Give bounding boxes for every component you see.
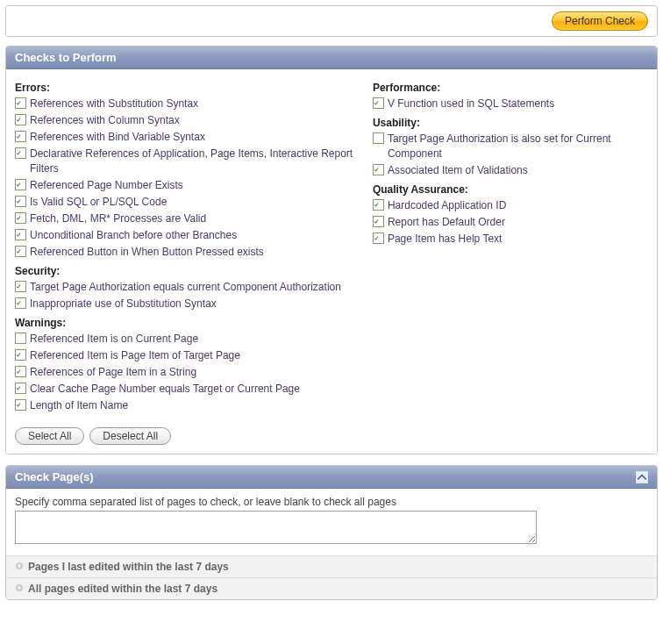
group-title-qa: Quality Assurance: (373, 183, 648, 196)
check-row: Declarative References of Application, P… (15, 147, 357, 176)
check-row: Referenced Item is Page Item of Target P… (15, 348, 357, 363)
checkbox[interactable] (373, 97, 384, 109)
checkbox[interactable] (15, 366, 26, 377)
checkbox-label: Report has Default Order (388, 215, 505, 230)
check-row: Length of Item Name (15, 398, 357, 413)
check-row: V Function used in SQL Statements (373, 97, 648, 111)
checkbox-label: Target Page Authorization is also set fo… (388, 132, 648, 161)
group-title-warnings: Warnings: (15, 317, 357, 329)
checkbox-label: Hardcoded Application ID (388, 198, 506, 213)
checkbox[interactable] (15, 281, 26, 292)
checkbox-label: Is Valid SQL or PL/SQL Code (30, 195, 167, 210)
region-header-pages: Check Page(s) (6, 466, 657, 489)
check-row: Target Page Authorization is also set fo… (373, 132, 648, 161)
checkbox-label: Associated Item of Validations (388, 163, 528, 178)
check-row: Page Item has Help Text (373, 232, 648, 247)
top-action-bar: Perform Check (5, 5, 658, 37)
select-all-button[interactable]: Select All (15, 427, 84, 445)
check-row: References of Page Item in a String (15, 365, 357, 380)
checkbox[interactable] (15, 97, 26, 109)
checkbox[interactable] (373, 216, 384, 227)
check-row: Fetch, DML, MR* Processes are Valid (15, 211, 357, 226)
checkbox[interactable] (15, 196, 26, 207)
check-row: Target Page Authorization equals current… (15, 280, 357, 295)
check-row: Clear Cache Page Number equals Target or… (15, 382, 357, 397)
check-row: Inappropriate use of Substitution Syntax (15, 297, 357, 311)
region-header-checks: Checks to Perform (6, 47, 657, 69)
perform-check-button[interactable]: Perform Check (552, 11, 648, 31)
checkbox-label: Referenced Button in When Button Pressed… (30, 245, 264, 260)
checkbox[interactable] (373, 164, 384, 175)
select-buttons-row: Select All Deselect All (15, 422, 648, 445)
check-row: Referenced Page Number Exists (15, 178, 357, 193)
check-row: Referenced Item is on Current Page (15, 332, 357, 347)
chevron-right-icon (15, 561, 24, 573)
check-row: Report has Default Order (373, 215, 648, 230)
checkbox[interactable] (15, 399, 26, 411)
checkbox-label: References of Page Item in a String (30, 365, 196, 380)
region-title: Checks to Perform (15, 51, 117, 64)
checkbox[interactable] (15, 297, 26, 309)
checkbox-label: Referenced Item is on Current Page (30, 332, 198, 347)
expander-label: Pages I last edited within the last 7 da… (28, 561, 229, 573)
check-row: Hardcoded Application ID (373, 198, 648, 213)
check-row: References with Bind Variable Syntax (15, 130, 357, 145)
pages-instruction: Specify comma separated list of pages to… (15, 496, 648, 508)
check-row: Referenced Button in When Button Pressed… (15, 245, 357, 260)
checkbox-label: Target Page Authorization equals current… (30, 280, 341, 295)
group-title-errors: Errors: (15, 82, 357, 94)
checkbox[interactable] (15, 246, 26, 257)
checkbox[interactable] (15, 349, 26, 361)
checkbox[interactable] (15, 147, 26, 159)
checkbox[interactable] (15, 383, 26, 394)
expander-label: All pages edited within the last 7 days (28, 583, 217, 595)
checkbox[interactable] (15, 114, 26, 125)
checkbox-label: Inappropriate use of Substitution Syntax (30, 297, 217, 311)
checkbox-label: Length of Item Name (30, 398, 128, 413)
checkbox-label: References with Column Syntax (30, 113, 180, 128)
group-title-security: Security: (15, 265, 357, 277)
checkbox[interactable] (373, 199, 384, 211)
check-row: References with Column Syntax (15, 113, 357, 128)
checkbox-label: Unconditional Branch before other Branch… (30, 228, 237, 243)
region-title: Check Page(s) (15, 470, 94, 483)
expander-row[interactable]: Pages I last edited within the last 7 da… (6, 555, 657, 577)
checkbox-label: References with Substitution Syntax (30, 97, 198, 111)
expander-row[interactable]: All pages edited within the last 7 days (6, 577, 657, 599)
checkbox-label: V Function used in SQL Statements (388, 97, 554, 111)
checkbox-label: Page Item has Help Text (388, 232, 503, 247)
deselect-all-button[interactable]: Deselect All (89, 427, 171, 445)
chevron-right-icon (15, 583, 24, 595)
check-row: Unconditional Branch before other Branch… (15, 228, 357, 243)
checkbox[interactable] (15, 212, 26, 224)
group-title-usability: Usability: (373, 117, 648, 129)
check-row: Is Valid SQL or PL/SQL Code (15, 195, 357, 210)
checkbox-label: Declarative References of Application, P… (30, 147, 357, 176)
checkbox-label: Clear Cache Page Number equals Target or… (30, 382, 300, 397)
check-row: References with Substitution Syntax (15, 97, 357, 111)
checkbox-label: Referenced Item is Page Item of Target P… (30, 348, 240, 363)
collapse-icon[interactable] (636, 471, 648, 483)
checkbox[interactable] (373, 233, 384, 244)
region-check-pages: Check Page(s) Specify comma separated li… (5, 465, 658, 600)
checkbox[interactable] (15, 179, 26, 190)
checkbox[interactable] (373, 132, 384, 144)
group-title-performance: Performance: (373, 82, 648, 94)
region-checks-to-perform: Checks to Perform Errors:References with… (5, 46, 658, 454)
checkbox-label: Referenced Page Number Exists (30, 178, 183, 193)
check-row: Associated Item of Validations (373, 163, 648, 178)
checkbox[interactable] (15, 229, 26, 240)
pages-input[interactable] (15, 511, 537, 544)
checkbox[interactable] (15, 131, 26, 142)
checkbox-label: References with Bind Variable Syntax (30, 130, 205, 145)
checkbox-label: Fetch, DML, MR* Processes are Valid (30, 211, 206, 226)
checkbox[interactable] (15, 333, 26, 344)
